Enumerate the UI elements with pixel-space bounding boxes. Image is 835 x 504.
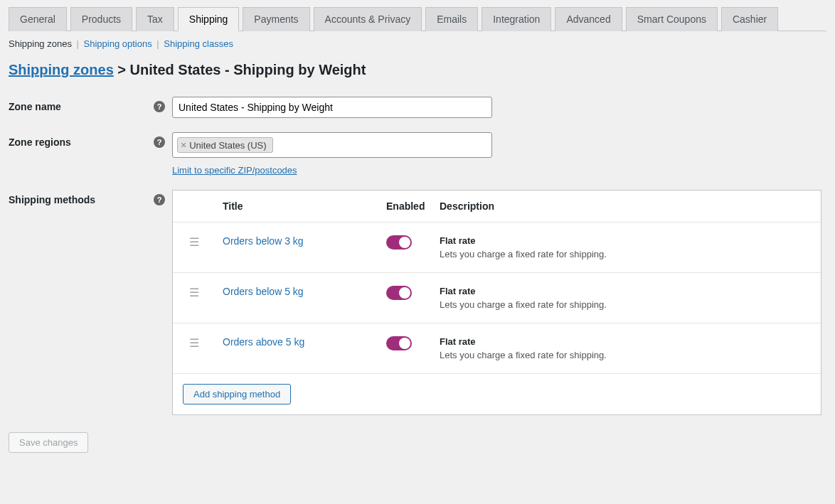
method-desc-body: Lets you charge a fixed rate for shippin…: [440, 350, 814, 360]
add-shipping-method-button[interactable]: Add shipping method: [183, 384, 291, 404]
method-desc-head: Flat rate: [440, 286, 814, 296]
breadcrumb-current: United States - Shipping by Weight: [130, 62, 366, 77]
zone-name-label: Zone name: [9, 101, 61, 112]
method-title-link[interactable]: Orders above 5 kg: [223, 336, 304, 348]
method-desc-head: Flat rate: [440, 336, 814, 347]
tab-cashier[interactable]: Cashier: [721, 7, 778, 31]
sep: |: [156, 38, 159, 49]
zone-name-input[interactable]: [172, 97, 492, 118]
method-desc-body: Lets you charge a fixed rate for shippin…: [440, 249, 814, 259]
method-desc-head: Flat rate: [440, 235, 814, 246]
shipping-subnav: Shipping zones | Shipping options | Ship…: [9, 31, 826, 56]
method-desc-body: Lets you charge a fixed rate for shippin…: [440, 299, 814, 310]
breadcrumb-root-link[interactable]: Shipping zones: [9, 62, 114, 77]
help-icon[interactable]: ?: [154, 101, 165, 112]
drag-handle-icon[interactable]: ☰: [173, 286, 216, 299]
subnav-link-options[interactable]: Shipping options: [84, 38, 152, 49]
tab-smart-coupons[interactable]: Smart Coupons: [626, 7, 718, 31]
col-description: Description: [432, 200, 821, 212]
sep: |: [77, 38, 79, 49]
close-icon[interactable]: ×: [181, 139, 186, 151]
help-icon[interactable]: ?: [154, 194, 165, 205]
region-chip-label: United States (US): [189, 140, 266, 151]
method-title-link[interactable]: Orders below 3 kg: [223, 235, 304, 247]
enabled-toggle[interactable]: [386, 336, 412, 350]
tab-payments[interactable]: Payments: [243, 7, 309, 31]
tab-products[interactable]: Products: [70, 7, 132, 31]
drag-handle-icon[interactable]: ☰: [173, 336, 216, 350]
subnav-current: Shipping zones: [9, 38, 72, 49]
shipping-methods-label: Shipping methods: [9, 194, 95, 205]
col-title: Title: [216, 200, 379, 212]
tab-integration[interactable]: Integration: [482, 7, 551, 31]
help-icon[interactable]: ?: [154, 136, 165, 148]
breadcrumb: Shipping zones > United States - Shippin…: [9, 56, 826, 90]
tab-shipping[interactable]: Shipping: [178, 7, 240, 31]
table-row: ☰Orders above 5 kgFlat rateLets you char…: [173, 323, 821, 373]
enabled-toggle[interactable]: [386, 235, 412, 250]
zone-regions-select[interactable]: × United States (US): [172, 132, 492, 158]
tab-accounts-privacy[interactable]: Accounts & Privacy: [314, 7, 422, 31]
drag-handle-icon[interactable]: ☰: [173, 235, 216, 249]
table-header: Title Enabled Description: [173, 191, 821, 222]
region-chip: × United States (US): [177, 137, 273, 153]
limit-zip-link[interactable]: Limit to specific ZIP/postcodes: [172, 165, 297, 176]
shipping-methods-table: Title Enabled Description ☰Orders below …: [172, 190, 821, 415]
tab-general[interactable]: General: [9, 7, 67, 31]
subnav-link-classes[interactable]: Shipping classes: [164, 38, 233, 49]
col-enabled: Enabled: [379, 200, 432, 212]
tab-tax[interactable]: Tax: [136, 7, 174, 31]
table-row: ☰Orders below 3 kgFlat rateLets you char…: [173, 222, 821, 272]
settings-tabs: GeneralProductsTaxShippingPaymentsAccoun…: [9, 0, 826, 31]
save-changes-button[interactable]: Save changes: [9, 432, 88, 453]
zone-regions-label: Zone regions: [9, 136, 71, 148]
table-row: ☰Orders below 5 kgFlat rateLets you char…: [173, 272, 821, 323]
enabled-toggle[interactable]: [386, 286, 412, 300]
breadcrumb-sep: >: [117, 62, 126, 77]
method-title-link[interactable]: Orders below 5 kg: [223, 286, 304, 297]
tab-emails[interactable]: Emails: [425, 7, 478, 31]
tab-advanced[interactable]: Advanced: [555, 7, 622, 31]
